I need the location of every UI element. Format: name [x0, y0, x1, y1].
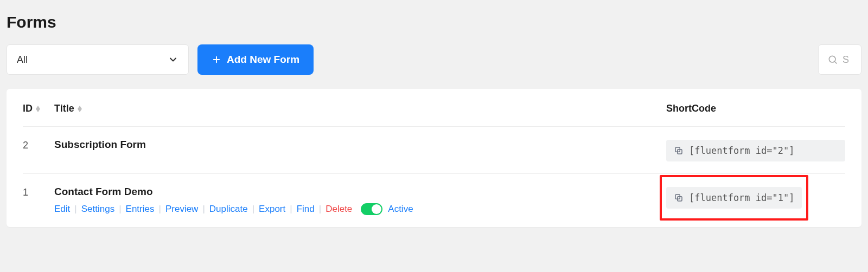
shortcode-pill[interactable]: [fluentform id="1"]	[666, 187, 802, 209]
plus-icon	[212, 55, 221, 64]
svg-line-3	[835, 62, 837, 64]
delete-link[interactable]: Delete	[326, 204, 352, 215]
column-header-shortcode: ShortCode	[666, 103, 845, 114]
separator: |	[285, 204, 296, 215]
add-new-form-label: Add New Form	[227, 54, 299, 66]
svg-marker-5	[36, 109, 40, 112]
table-row: 2Subscription Form[fluentform id="2"]	[23, 127, 845, 174]
row-actions: Edit|Settings|Entries|Preview|Duplicate|…	[54, 203, 666, 215]
copy-icon	[674, 193, 684, 203]
duplicate-link[interactable]: Duplicate	[209, 204, 248, 215]
column-header-id[interactable]: ID	[23, 103, 54, 114]
column-header-title[interactable]: Title	[54, 103, 666, 114]
table-row: 1Contact Form DemoEdit|Settings|Entries|…	[23, 174, 845, 227]
separator: |	[315, 204, 326, 215]
row-id: 2	[23, 139, 54, 151]
search-placeholder: S	[843, 54, 849, 66]
separator: |	[248, 204, 259, 215]
entries-link[interactable]: Entries	[126, 204, 155, 215]
status-label: Active	[388, 204, 413, 215]
row-title-wrap: Contact Form DemoEdit|Settings|Entries|P…	[54, 186, 666, 215]
sort-icon	[36, 106, 40, 112]
search-icon	[827, 54, 838, 65]
toolbar: All Add New Form S	[7, 44, 861, 75]
shortcode-text: [fluentform id="1"]	[689, 192, 794, 203]
search-input[interactable]: S	[818, 44, 861, 75]
form-title[interactable]: Contact Form Demo	[54, 186, 666, 198]
column-header-title-label: Title	[54, 103, 74, 114]
filter-select[interactable]: All	[7, 44, 189, 75]
filter-select-label: All	[17, 54, 28, 66]
shortcode-cell: [fluentform id="2"]	[666, 139, 845, 161]
form-title[interactable]: Subscription Form	[54, 139, 666, 151]
column-header-id-label: ID	[23, 103, 33, 114]
add-new-form-button[interactable]: Add New Form	[197, 44, 314, 75]
separator: |	[155, 204, 165, 215]
settings-link[interactable]: Settings	[81, 204, 114, 215]
chevron-down-icon	[168, 54, 178, 65]
edit-link[interactable]: Edit	[54, 204, 70, 215]
forms-table: ID Title ShortCode 2Subscription Form[fl…	[7, 89, 861, 227]
table-header-row: ID Title ShortCode	[23, 89, 845, 127]
shortcode-cell: [fluentform id="1"]	[666, 186, 845, 209]
page-title: Forms	[7, 13, 861, 31]
svg-point-2	[829, 56, 835, 62]
find-link[interactable]: Find	[297, 204, 315, 215]
shortcode-text: [fluentform id="2"]	[689, 145, 794, 156]
export-link[interactable]: Export	[259, 204, 285, 215]
highlight-annotation: [fluentform id="1"]	[660, 175, 808, 221]
separator: |	[70, 204, 81, 215]
separator: |	[198, 204, 209, 215]
column-header-shortcode-label: ShortCode	[666, 103, 716, 114]
row-id: 1	[23, 186, 54, 198]
row-title-wrap: Subscription Form	[54, 139, 666, 156]
separator: |	[114, 204, 125, 215]
status-toggle-wrap: Active	[361, 203, 413, 215]
copy-icon	[674, 146, 684, 156]
shortcode-pill[interactable]: [fluentform id="2"]	[666, 140, 845, 161]
preview-link[interactable]: Preview	[165, 204, 198, 215]
svg-marker-7	[78, 109, 82, 112]
sort-icon	[78, 106, 82, 112]
status-toggle[interactable]	[361, 203, 382, 215]
